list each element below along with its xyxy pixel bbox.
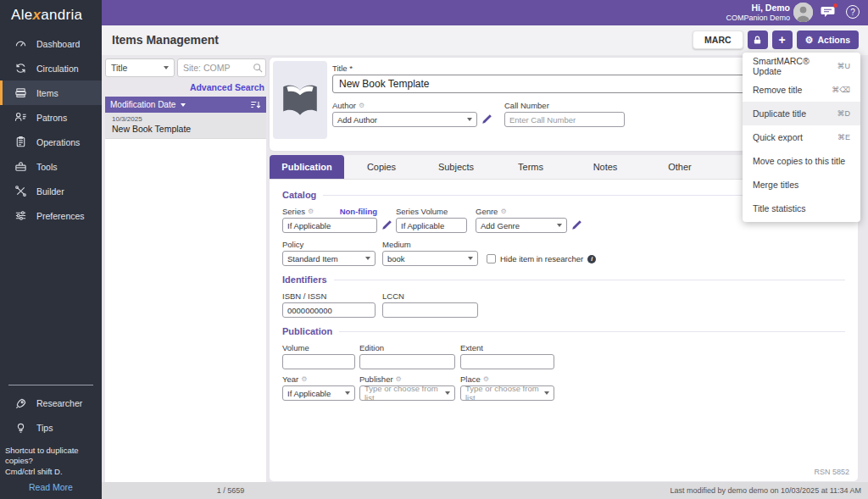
menu-item-label: SmartMARC® Update	[753, 56, 837, 76]
publisher-select[interactable]: Type or choose from list	[359, 385, 455, 401]
edit-author-pencil-icon[interactable]	[481, 114, 492, 125]
sort-options-icon[interactable]	[250, 100, 261, 110]
publisher-label: Publisher ⚙	[359, 374, 455, 384]
actions-button[interactable]: ⚙ Actions	[797, 30, 859, 49]
call-number-input[interactable]	[504, 112, 625, 127]
edition-input[interactable]	[359, 354, 455, 369]
advanced-search-link[interactable]: Advanced Search	[102, 77, 270, 97]
tab-other[interactable]: Other	[643, 155, 717, 179]
sidebar-item-operations[interactable]: Operations	[0, 130, 102, 154]
tab-copies[interactable]: Copies	[344, 155, 419, 179]
non-filing-link[interactable]: Non-filing	[340, 207, 377, 216]
tab-terms[interactable]: Terms	[493, 155, 568, 179]
sidebar-item-researcher[interactable]: Researcher	[0, 391, 102, 416]
year-value: If Applicable	[287, 389, 331, 398]
edit-genre-pencil-icon[interactable]	[570, 219, 582, 231]
extent-input[interactable]	[460, 354, 554, 369]
genre-select[interactable]: Add Genre	[476, 218, 567, 233]
volume-block: Volume	[282, 343, 355, 369]
series-input[interactable]	[282, 218, 377, 233]
search-filter-row: Title	[102, 55, 270, 77]
sidebar-item-tools[interactable]: Tools	[0, 154, 102, 179]
app-window: Alexandria Dashboard Circulation Items P…	[0, 0, 868, 499]
read-more-link[interactable]: Read More	[0, 477, 102, 499]
section-divider	[339, 331, 845, 332]
add-title-button[interactable]: +	[772, 30, 793, 49]
site-search-wrap	[177, 58, 266, 77]
sidebar: Alexandria Dashboard Circulation Items P…	[0, 0, 102, 499]
page-title: Items Management	[112, 33, 219, 47]
hide-item-checkbox[interactable]	[487, 254, 496, 263]
patrons-icon	[14, 111, 27, 124]
preferences-icon	[14, 209, 27, 222]
genre-block: Genre ⚙ Add Genre	[476, 207, 567, 233]
medium-label: Medium	[382, 240, 478, 249]
lccn-input[interactable]	[382, 302, 478, 318]
messages-button[interactable]	[821, 5, 836, 19]
alexandria-logo: Alexandria	[0, 0, 102, 31]
menu-item-smartmarc-update[interactable]: SmartMARC® Update ⌘U	[743, 54, 860, 78]
field-gear-icon: ⚙	[500, 208, 506, 215]
sidebar-item-label: Dashboard	[36, 39, 80, 49]
sort-header[interactable]: Modification Date	[105, 97, 266, 113]
actions-menu: SmartMARC® Update ⌘U Remove title ⌘⌫ Dup…	[743, 53, 860, 222]
marc-button[interactable]: MARC	[693, 30, 743, 49]
medium-select[interactable]: book	[382, 251, 478, 266]
author-block: Author ⚙ Add Author	[332, 101, 477, 127]
sidebar-item-patrons[interactable]: Patrons	[0, 105, 102, 130]
tab-publication[interactable]: Publication	[270, 155, 344, 179]
result-title: New Book Template	[112, 124, 259, 134]
series-volume-input[interactable]	[396, 218, 467, 233]
lock-button[interactable]	[748, 30, 768, 49]
menu-item-label: Title statistics	[753, 203, 806, 213]
edition-block: Edition	[359, 343, 455, 369]
author-label-text: Author	[332, 101, 356, 110]
tab-subjects[interactable]: Subjects	[419, 155, 493, 179]
sidebar-item-dashboard[interactable]: Dashboard	[0, 31, 102, 56]
sidebar-item-items[interactable]: Items	[0, 80, 102, 105]
sidebar-item-preferences[interactable]: Preferences	[0, 203, 102, 228]
user-info: Hi, Demo COMPanion Demo	[726, 3, 790, 22]
policy-block: Policy Standard Item	[282, 240, 376, 266]
sidebar-item-tips[interactable]: Tips	[0, 416, 102, 441]
isbn-input[interactable]	[282, 302, 376, 318]
chevron-down-icon	[468, 257, 473, 260]
search-field-value: Title	[111, 63, 127, 73]
isbn-label: ISBN / ISSN	[282, 291, 376, 301]
menu-item-label: Quick export	[753, 132, 803, 142]
sidebar-item-builder[interactable]: Builder	[0, 179, 102, 203]
user-avatar[interactable]	[793, 3, 813, 22]
catalog-heading: Catalog	[282, 190, 316, 200]
avatar-person-icon	[793, 3, 813, 22]
help-button[interactable]: ?	[846, 5, 860, 19]
volume-input[interactable]	[282, 354, 355, 369]
sidebar-item-circulation[interactable]: Circulation	[0, 56, 102, 80]
menu-item-merge-titles[interactable]: Merge titles	[743, 173, 860, 197]
menu-item-label: Merge titles	[753, 180, 798, 190]
tools-icon	[14, 160, 27, 173]
cover-image-placeholder[interactable]	[273, 61, 327, 139]
year-block: Year ⚙ If Applicable	[282, 374, 355, 401]
author-label: Author ⚙	[332, 101, 477, 110]
menu-item-remove-title[interactable]: Remove title ⌘⌫	[743, 78, 860, 102]
list-item[interactable]: 10/3/2025 New Book Template	[105, 113, 266, 139]
sidebar-item-label: Builder	[36, 186, 64, 197]
menu-item-move-copies[interactable]: Move copies to this title	[743, 149, 860, 173]
genre-label: Genre ⚙	[476, 207, 567, 216]
menu-item-duplicate-title[interactable]: Duplicate title ⌘D	[743, 102, 860, 125]
search-field-select[interactable]: Title	[105, 58, 175, 77]
sidebar-item-label: Tips	[36, 423, 53, 433]
extent-block: Extent	[460, 343, 554, 369]
year-select[interactable]: If Applicable	[282, 385, 355, 401]
edit-series-pencil-icon[interactable]	[381, 219, 392, 231]
menu-item-title-statistics[interactable]: Title statistics	[743, 197, 860, 220]
sort-header-left: Modification Date	[110, 100, 186, 109]
place-select[interactable]: Type or choose from list	[460, 385, 554, 401]
chevron-down-icon	[467, 118, 472, 121]
genre-value: Add Genre	[481, 221, 520, 230]
policy-select[interactable]: Standard Item	[282, 251, 376, 266]
author-select[interactable]: Add Author	[332, 112, 477, 127]
tab-notes[interactable]: Notes	[568, 155, 643, 179]
menu-item-quick-export[interactable]: Quick export ⌘E	[743, 125, 860, 149]
sidebar-item-label: Patrons	[36, 113, 67, 123]
